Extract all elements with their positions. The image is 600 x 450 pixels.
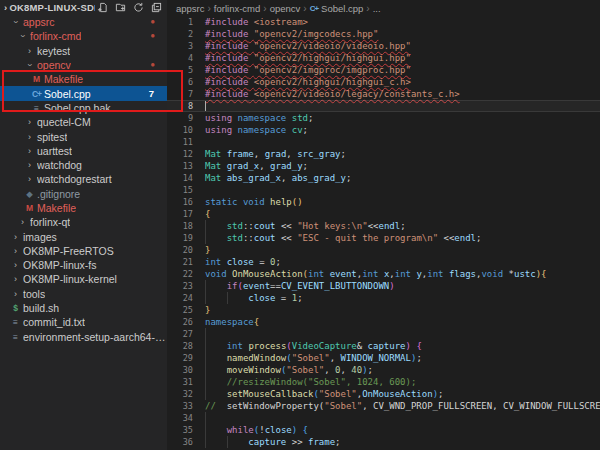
code-line-14[interactable]: 14Mat abs_grad_x, abs_grad_y;: [167, 172, 600, 184]
tree-item-quectel-cm[interactable]: ›quectel-CM: [0, 115, 167, 129]
code-line-18[interactable]: 18 std::cout << "Hot keys:\n"<<endl;: [167, 220, 600, 232]
line-content[interactable]: std::cout << "Hot keys:\n"<<endl;: [193, 220, 600, 232]
line-content[interactable]: static void help(): [193, 196, 600, 208]
tree-item-ok8mp-linux-kernel[interactable]: ›OK8MP-linux-kernel: [0, 272, 167, 286]
line-content[interactable]: [193, 136, 600, 148]
tree-item-opencv[interactable]: ›opencv●: [0, 58, 167, 72]
breadcrumb-item-appsrc[interactable]: appsrc: [176, 3, 205, 14]
code-line-30[interactable]: 30 moveWindow("Sobel", 0, 40);: [167, 364, 600, 376]
tree-item-makefile[interactable]: MMakefile: [0, 72, 167, 86]
line-number[interactable]: 35: [167, 424, 193, 436]
code-line-32[interactable]: 32 setMouseCallback("Sobel",OnMouseActio…: [167, 388, 600, 400]
tree-item-watchdogrestart[interactable]: ›watchdogrestart: [0, 172, 167, 186]
code-area[interactable]: 1#include <iostream>2#include "opencv2/i…: [167, 16, 600, 448]
code-line-8[interactable]: 8: [167, 100, 600, 112]
code-line-7[interactable]: 7#include <opencv2/videoio/legacy/consta…: [167, 88, 600, 100]
collapse-all-icon[interactable]: [149, 1, 163, 14]
code-line-26[interactable]: 26namespace{: [167, 316, 600, 328]
code-line-5[interactable]: 5#include "opencv2/imgproc/imgproc.hpp": [167, 64, 600, 76]
code-line-22[interactable]: 22void OnMouseAction(int event,int x,int…: [167, 268, 600, 280]
code-line-15[interactable]: 15: [167, 184, 600, 196]
line-number[interactable]: 33: [167, 400, 193, 412]
tree-item-uarttest[interactable]: ›uarttest: [0, 144, 167, 158]
line-content[interactable]: moveWindow("Sobel", 0, 40);: [193, 364, 600, 376]
code-line-1[interactable]: 1#include <iostream>: [167, 16, 600, 28]
code-line-9[interactable]: 9using namespace std;: [167, 112, 600, 124]
line-content[interactable]: close = 1;: [193, 292, 600, 304]
line-content[interactable]: if(event==CV_EVENT_LBUTTONDOWN): [193, 280, 600, 292]
code-line-25[interactable]: 25}: [167, 304, 600, 316]
breadcrumb-item-[interactable]: ...: [373, 3, 381, 14]
code-line-3[interactable]: 3#include "opencv2/videoio/videoio.hpp": [167, 40, 600, 52]
line-number[interactable]: 5: [167, 64, 193, 76]
line-content[interactable]: Mat grad_x, grad_y;: [193, 160, 600, 172]
tree-item-tools[interactable]: ›tools: [0, 287, 167, 301]
line-number[interactable]: 4: [167, 52, 193, 64]
line-number[interactable]: 7: [167, 88, 193, 100]
code-line-28[interactable]: 28 int process(VideoCapture& capture) {: [167, 340, 600, 352]
line-number[interactable]: 20: [167, 244, 193, 256]
tree-item-sobel-cpp[interactable]: C+Sobel.cpp7: [0, 86, 167, 100]
line-content[interactable]: int process(VideoCapture& capture) {: [193, 340, 600, 352]
line-number[interactable]: 23: [167, 280, 193, 292]
code-line-31[interactable]: 31 //resizeWindow("Sobel", 1024, 600);: [167, 376, 600, 388]
code-line-34[interactable]: 34: [167, 412, 600, 424]
tree-item-keytest[interactable]: ›keytest: [0, 44, 167, 58]
line-content[interactable]: }: [193, 244, 600, 256]
code-line-33[interactable]: 33// setWindowProperty("Sobel", CV_WND_P…: [167, 400, 600, 412]
line-content[interactable]: [193, 412, 600, 424]
line-number[interactable]: 13: [167, 160, 193, 172]
line-content[interactable]: }: [193, 304, 600, 316]
line-content[interactable]: void OnMouseAction(int event,int x,int y…: [193, 268, 600, 280]
line-number[interactable]: 8: [167, 100, 193, 112]
line-content[interactable]: #include <opencv2/videoio/legacy/constan…: [193, 88, 600, 100]
tree-item-build-sh[interactable]: $build.sh: [0, 301, 167, 315]
line-content[interactable]: Mat frame, grad, src_gray;: [193, 148, 600, 160]
line-content[interactable]: while(!close) {: [193, 424, 600, 436]
code-line-10[interactable]: 10using namespace cv;: [167, 124, 600, 136]
refresh-icon[interactable]: [131, 1, 145, 14]
line-number[interactable]: 1: [167, 16, 193, 28]
line-number[interactable]: 24: [167, 292, 193, 304]
code-line-19[interactable]: 19 std::cout << "ESC - quit the program\…: [167, 232, 600, 244]
code-line-35[interactable]: 35 while(!close) {: [167, 424, 600, 436]
tree-item-ok8mp-linux-fs[interactable]: ›OK8MP-linux-fs: [0, 258, 167, 272]
line-number[interactable]: 2: [167, 28, 193, 40]
breadcrumb-item-opencv[interactable]: opencv: [270, 3, 301, 14]
line-content[interactable]: #include <opencv2/highgui/highgui_c.h>: [193, 76, 600, 88]
line-number[interactable]: 19: [167, 232, 193, 244]
tree-item-images[interactable]: ›images: [0, 229, 167, 243]
code-line-27[interactable]: 27: [167, 328, 600, 340]
line-number[interactable]: 26: [167, 316, 193, 328]
line-content[interactable]: namedWindow("Sobel", WINDOW_NORMAL);: [193, 352, 600, 364]
line-number[interactable]: 31: [167, 376, 193, 388]
tree-item-appsrc[interactable]: ›appsrc●: [0, 15, 167, 29]
tree-item-spitest[interactable]: ›spitest: [0, 129, 167, 143]
line-number[interactable]: 18: [167, 220, 193, 232]
line-content[interactable]: {: [193, 208, 600, 220]
line-number[interactable]: 11: [167, 136, 193, 148]
tree-item-forlinx-qt[interactable]: ›forlinx-qt: [0, 215, 167, 229]
line-number[interactable]: 12: [167, 148, 193, 160]
line-content[interactable]: using namespace std;: [193, 112, 600, 124]
line-number[interactable]: 34: [167, 412, 193, 424]
line-number[interactable]: 9: [167, 112, 193, 124]
line-content[interactable]: #include "opencv2/highgui/highgui.hpp": [193, 52, 600, 64]
tree-item-ok8mp-freertos[interactable]: ›OK8MP-FreeRTOS: [0, 244, 167, 258]
line-number[interactable]: 30: [167, 364, 193, 376]
line-number[interactable]: 27: [167, 328, 193, 340]
line-number[interactable]: 29: [167, 352, 193, 364]
line-number[interactable]: 3: [167, 40, 193, 52]
line-number[interactable]: 36: [167, 436, 193, 448]
line-number[interactable]: 28: [167, 340, 193, 352]
tree-item-commit-id-txt[interactable]: ≡commit_id.txt: [0, 315, 167, 329]
code-line-23[interactable]: 23 if(event==CV_EVENT_LBUTTONDOWN): [167, 280, 600, 292]
line-content[interactable]: [193, 100, 600, 112]
code-line-36[interactable]: 36 capture >> frame;: [167, 436, 600, 448]
line-content[interactable]: #include "opencv2/videoio/videoio.hpp": [193, 40, 600, 52]
line-number[interactable]: 25: [167, 304, 193, 316]
line-number[interactable]: 32: [167, 388, 193, 400]
code-line-29[interactable]: 29 namedWindow("Sobel", WINDOW_NORMAL);: [167, 352, 600, 364]
code-line-20[interactable]: 20}: [167, 244, 600, 256]
line-content[interactable]: setMouseCallback("Sobel",OnMouseAction);: [193, 388, 600, 400]
